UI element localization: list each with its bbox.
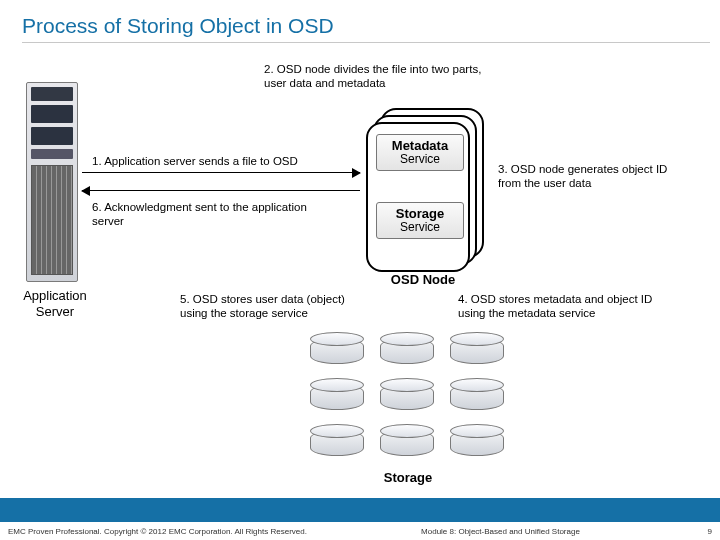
disk-icon <box>380 426 434 458</box>
disk-icon <box>450 334 504 366</box>
metadata-service-box: Metadata Service <box>376 134 464 171</box>
disk-icon <box>450 380 504 412</box>
title-divider <box>22 42 710 43</box>
disk-icon <box>380 334 434 366</box>
arrow-send-file <box>82 172 360 173</box>
step-5: 5. OSD stores user data (object) using t… <box>180 292 370 321</box>
disk-icon <box>310 426 364 458</box>
page-title: Process of Storing Object in OSD <box>0 0 720 42</box>
osd-node-cluster: Metadata Service Storage Service <box>366 108 486 272</box>
arrow-acknowledgment <box>82 190 360 191</box>
application-server-icon <box>26 82 78 282</box>
step-6: 6. Acknowledgment sent to the applicatio… <box>92 200 332 229</box>
metadata-service-sub: Service <box>400 152 440 166</box>
footer-module: Module 8: Object-Based and Unified Stora… <box>421 527 580 536</box>
metadata-service-title: Metadata <box>377 139 463 153</box>
diagram-stage: Application Server 1. Application server… <box>0 46 720 510</box>
disk-icon <box>380 380 434 412</box>
footer: EMC Proven Professional. Copyright © 201… <box>0 522 720 540</box>
storage-disks <box>310 334 506 466</box>
footer-copyright: EMC Proven Professional. Copyright © 201… <box>8 527 307 536</box>
footer-band <box>0 498 720 522</box>
storage-service-box: Storage Service <box>376 202 464 239</box>
application-server-label: Application Server <box>10 288 100 319</box>
disk-icon <box>450 426 504 458</box>
storage-service-title: Storage <box>377 207 463 221</box>
step-3: 3. OSD node generates object ID from the… <box>498 162 680 191</box>
storage-service-sub: Service <box>400 220 440 234</box>
disk-icon <box>310 334 364 366</box>
storage-label: Storage <box>360 470 456 485</box>
step-2: 2. OSD node divides the file into two pa… <box>264 62 496 91</box>
page-number: 9 <box>694 527 712 536</box>
disk-icon <box>310 380 364 412</box>
step-4: 4. OSD stores metadata and object ID usi… <box>458 292 658 321</box>
osd-node-label: OSD Node <box>372 272 474 287</box>
step-1: 1. Application server sends a file to OS… <box>92 154 336 168</box>
